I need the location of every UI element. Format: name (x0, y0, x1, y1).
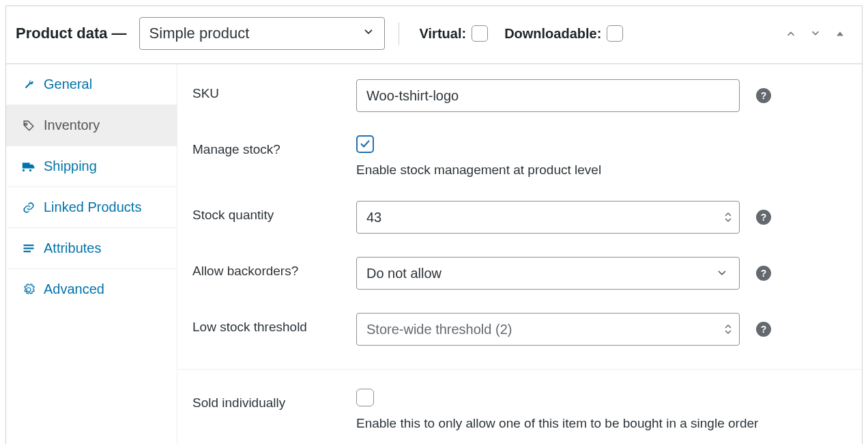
product-type-select[interactable]: Simple product (139, 17, 385, 50)
row-manage-stock: Manage stock? Enable stock management at… (192, 135, 847, 178)
tab-label: Inventory (44, 117, 100, 133)
row-low-stock: Low stock threshold Store-wide threshold… (192, 313, 847, 346)
tab-advanced[interactable]: Advanced (6, 269, 177, 309)
stock-qty-label: Stock quantity (192, 201, 356, 223)
number-stepper-icon[interactable] (724, 212, 732, 223)
help-icon[interactable]: ? (756, 88, 771, 103)
truck-icon (22, 161, 35, 172)
list-icon (22, 243, 35, 254)
wrench-icon (22, 79, 35, 91)
virtual-label: Virtual: (420, 26, 467, 42)
tab-label: Linked Products (44, 199, 141, 215)
backorders-value: Do not allow (366, 266, 442, 281)
chevron-down-icon[interactable] (807, 25, 824, 42)
low-stock-placeholder: Store-wide threshold (2) (366, 322, 512, 337)
chevron-down-icon (362, 25, 375, 42)
manage-stock-label: Manage stock? (192, 135, 356, 157)
low-stock-input[interactable]: Store-wide threshold (2) (356, 313, 740, 346)
help-icon[interactable]: ? (756, 266, 771, 281)
help-icon[interactable]: ? (756, 322, 771, 337)
collapse-triangle-icon[interactable] (832, 25, 848, 42)
row-allow-backorders: Allow backorders? Do not allow ? (192, 257, 847, 290)
row-stock-quantity: Stock quantity 43 ? (192, 201, 847, 234)
sku-value: Woo-tshirt-logo (366, 88, 459, 104)
svg-rect-2 (24, 251, 31, 252)
downloadable-label: Downloadable: (504, 26, 601, 42)
panel-body: General Inventory Shipping Linked Produc… (6, 64, 862, 444)
svg-rect-0 (24, 245, 34, 246)
header-separator (399, 23, 399, 45)
product-type-value: Simple product (149, 25, 250, 42)
tag-icon (22, 120, 35, 132)
gear-icon (22, 283, 35, 296)
tab-shipping[interactable]: Shipping (6, 146, 177, 187)
downloadable-checkbox[interactable] (607, 25, 623, 42)
product-data-panel: Product data — Simple product Virtual: D… (5, 5, 863, 444)
manage-stock-desc: Enable stock management at product level (356, 163, 601, 178)
panel-title: Product data — (16, 25, 127, 42)
sku-label: SKU (192, 79, 356, 101)
chevron-down-icon (716, 267, 728, 279)
row-sku: SKU Woo-tshirt-logo ? (192, 79, 847, 112)
help-icon[interactable]: ? (756, 210, 771, 225)
tab-general[interactable]: General (6, 64, 177, 105)
tab-label: Shipping (44, 158, 97, 174)
backorders-label: Allow backorders? (192, 257, 356, 279)
content-area: SKU Woo-tshirt-logo ? Manage stock? Enab… (177, 64, 862, 444)
virtual-checkbox[interactable] (472, 25, 488, 42)
svg-rect-1 (24, 247, 34, 249)
stock-qty-input[interactable]: 43 (356, 201, 740, 234)
link-icon (22, 202, 35, 214)
sold-individually-checkbox[interactable] (356, 389, 374, 406)
number-stepper-icon[interactable] (724, 324, 732, 335)
panel-header: Product data — Simple product Virtual: D… (6, 6, 862, 64)
tab-linked-products[interactable]: Linked Products (6, 187, 177, 228)
tab-attributes[interactable]: Attributes (6, 228, 177, 269)
sold-individually-desc: Enable this to only allow one of this it… (356, 416, 758, 431)
virtual-toggle: Virtual: (420, 25, 489, 42)
header-controls (783, 25, 848, 42)
stock-qty-value: 43 (366, 210, 381, 225)
chevron-up-icon[interactable] (783, 25, 799, 42)
low-stock-label: Low stock threshold (192, 313, 356, 335)
sidebar: General Inventory Shipping Linked Produc… (6, 64, 177, 444)
downloadable-toggle: Downloadable: (504, 25, 623, 42)
backorders-select[interactable]: Do not allow (356, 257, 740, 290)
row-sold-individually: Sold individually Enable this to only al… (192, 389, 847, 431)
sold-individually-label: Sold individually (192, 389, 356, 411)
sku-input[interactable]: Woo-tshirt-logo (356, 79, 740, 112)
tab-label: Advanced (44, 281, 104, 297)
tab-label: Attributes (44, 240, 101, 256)
manage-stock-checkbox[interactable] (356, 135, 374, 153)
tab-label: General (44, 77, 92, 92)
section-divider (177, 369, 862, 370)
tab-inventory[interactable]: Inventory (6, 105, 177, 146)
